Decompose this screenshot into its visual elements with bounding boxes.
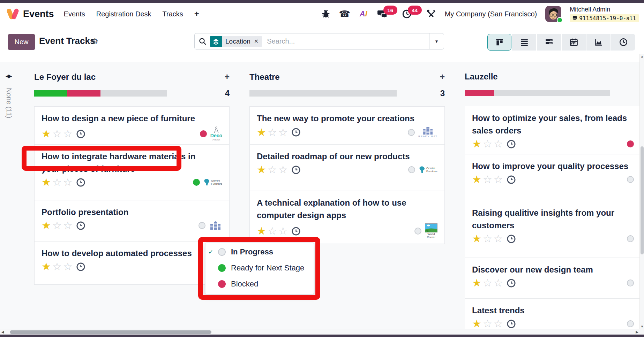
kanban-card[interactable]: Portfolio presentation <box>35 200 229 241</box>
column-progressbar[interactable] <box>465 90 610 96</box>
view-activity-button[interactable] <box>611 34 635 51</box>
star-icon[interactable] <box>483 319 492 329</box>
scroll-right-icon[interactable]: ▶ <box>636 330 638 334</box>
messages-icon[interactable]: 16 <box>377 9 388 19</box>
activity-clock-icon[interactable] <box>507 139 516 149</box>
activity-clock-icon[interactable] <box>76 221 85 230</box>
column-progressbar[interactable] <box>34 90 167 97</box>
status-dot-blocked[interactable] <box>200 130 207 137</box>
folded-column-none[interactable]: None (11) <box>5 88 13 118</box>
scroll-down-icon[interactable]: ▼ <box>641 325 644 328</box>
view-calendar-button[interactable] <box>562 34 586 51</box>
star-icon[interactable] <box>472 233 481 244</box>
star-icon[interactable] <box>472 278 481 288</box>
star-icon[interactable] <box>278 164 288 175</box>
star-icon[interactable] <box>494 319 503 329</box>
vertical-scrollbar-thumb[interactable] <box>641 146 644 254</box>
star-icon[interactable] <box>483 139 492 149</box>
search-dropdown-toggle[interactable]: ▼ <box>429 33 444 49</box>
user-avatar[interactable] <box>545 6 561 22</box>
menu-tracks[interactable]: Tracks <box>163 10 183 18</box>
star-icon[interactable] <box>63 177 73 187</box>
status-dot-normal[interactable] <box>627 235 634 242</box>
view-grouped-list-button[interactable] <box>537 34 561 51</box>
status-dot-normal[interactable] <box>199 222 205 229</box>
star-icon[interactable] <box>257 127 266 138</box>
bug-icon[interactable] <box>321 9 331 19</box>
kanban-card[interactable]: Raising qualitive insights from your cus… <box>465 201 641 258</box>
activity-clock-icon[interactable] <box>507 319 516 329</box>
user-menu[interactable]: Mitchell Admin 91154815-19-0-all <box>570 6 639 22</box>
status-dot-normal[interactable] <box>627 320 634 327</box>
progress-segment-blocked[interactable] <box>67 90 100 97</box>
menu-registration-desk[interactable]: Registration Desk <box>96 10 151 18</box>
tools-icon[interactable] <box>426 9 436 19</box>
star-icon[interactable] <box>494 278 503 288</box>
search-input[interactable] <box>267 37 429 45</box>
horizontal-scrollbar[interactable]: ◀ ▶ <box>0 329 644 335</box>
horizontal-scrollbar-thumb[interactable] <box>10 330 211 334</box>
stage-dot-blocked[interactable] <box>218 280 226 288</box>
star-icon[interactable] <box>42 261 51 272</box>
star-icon[interactable] <box>494 139 503 149</box>
progress-segment-ready[interactable] <box>34 90 67 97</box>
kanban-card[interactable]: Latest trends <box>465 298 641 329</box>
view-kanban-button[interactable] <box>487 34 511 51</box>
add-card-icon[interactable]: + <box>440 72 445 82</box>
star-icon[interactable] <box>494 174 503 185</box>
progress-segment-blocked[interactable] <box>465 90 494 96</box>
star-icon[interactable] <box>278 226 288 236</box>
status-dot-normal[interactable] <box>408 166 415 173</box>
star-icon[interactable] <box>268 164 277 175</box>
facet-close-icon[interactable]: ✕ <box>254 38 259 45</box>
star-icon[interactable] <box>483 233 492 244</box>
kanban-card[interactable]: How to design a new piece of furniture D… <box>35 107 229 144</box>
view-list-button[interactable] <box>512 34 536 51</box>
vertical-scrollbar[interactable]: ▲ ▼ <box>639 54 644 329</box>
progress-segment-normal[interactable] <box>494 90 610 96</box>
kanban-card[interactable]: How to develop automated processes <box>35 241 229 284</box>
activity-clock-icon[interactable] <box>507 278 516 288</box>
star-icon[interactable] <box>42 220 51 231</box>
star-icon[interactable] <box>63 261 73 272</box>
star-icon[interactable] <box>52 220 62 231</box>
progress-segment-normal[interactable] <box>100 90 167 97</box>
stage-option-in-progress[interactable]: ✓ In Progress <box>205 244 314 260</box>
star-icon[interactable] <box>52 129 62 139</box>
company-switcher[interactable]: My Company (San Francisco) <box>445 10 537 18</box>
stage-option-ready[interactable]: Ready for Next Stage <box>205 260 314 276</box>
activity-clock-icon[interactable] <box>291 165 301 175</box>
activity-clock-icon[interactable] <box>76 262 85 271</box>
activity-clock-icon[interactable] <box>76 129 85 139</box>
activity-clock-icon[interactable] <box>507 175 516 184</box>
star-icon[interactable] <box>63 129 73 139</box>
activity-clock-icon[interactable] <box>76 178 85 187</box>
star-icon[interactable] <box>52 261 62 272</box>
kanban-card[interactable]: How to integrate hardware materials in y… <box>35 144 229 200</box>
status-dot-normal[interactable] <box>627 176 634 183</box>
star-icon[interactable] <box>483 174 492 185</box>
column-progressbar[interactable] <box>249 90 397 97</box>
activities-icon[interactable]: 44 <box>402 9 412 19</box>
new-button[interactable]: New <box>8 34 35 50</box>
search-bar[interactable]: Location ✕ ▼ <box>194 33 444 49</box>
kanban-card[interactable]: How to improve your quality processes <box>465 154 641 201</box>
kanban-card[interactable]: Detailed roadmap of our new products Gem… <box>250 144 444 191</box>
star-icon[interactable] <box>42 177 51 187</box>
menu-plus-icon[interactable]: + <box>194 9 199 19</box>
star-icon[interactable] <box>52 177 62 187</box>
search-facet-location[interactable]: Location ✕ <box>210 36 262 47</box>
star-icon[interactable] <box>257 164 266 175</box>
kanban-card[interactable]: Discover our new design team <box>465 258 641 298</box>
stage-option-blocked[interactable]: Blocked <box>205 276 314 292</box>
app-name[interactable]: Events <box>23 9 54 20</box>
star-icon[interactable] <box>268 226 277 236</box>
star-icon[interactable] <box>257 226 266 236</box>
status-dot-normal[interactable] <box>408 129 415 136</box>
view-graph-button[interactable] <box>586 34 611 51</box>
star-icon[interactable] <box>268 127 277 138</box>
ai-icon[interactable]: AI <box>358 9 369 19</box>
star-icon[interactable] <box>42 129 51 139</box>
status-dot-normal[interactable] <box>414 228 421 235</box>
activity-clock-icon[interactable] <box>507 234 516 244</box>
